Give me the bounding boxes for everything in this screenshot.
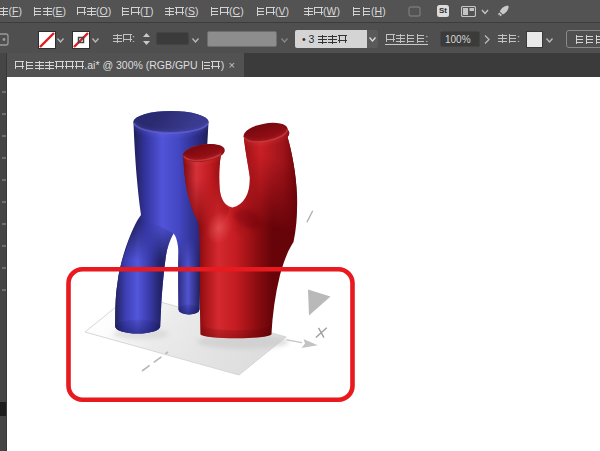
stroke-chevron-icon[interactable] [92, 38, 99, 43]
menu-item-help[interactable]: (H) [351, 5, 386, 17]
opacity-expand-chevron-icon[interactable] [484, 35, 490, 44]
brush-bullet: • [302, 33, 306, 45]
play-triangle [308, 290, 331, 316]
adobe-stock-icon[interactable]: St [437, 5, 449, 17]
x-axis-label: X [315, 325, 326, 341]
tool-icon-edge [2, 245, 6, 247]
brush-name: 3 [309, 33, 348, 45]
menu-bar: (F) (E) (O) (T) (S) (C) (V) (W) (H) St [0, 0, 600, 22]
style-chevron-icon[interactable] [546, 38, 553, 43]
control-bar: : • 3 : 100% : [0, 22, 600, 53]
tool-icon-edge [2, 289, 6, 291]
tool-icon-edge [2, 91, 6, 93]
menu-item-view[interactable]: (V) [255, 5, 289, 17]
brush-definition-field[interactable]: • 3 [295, 30, 367, 48]
blue-left-foot-shade [115, 320, 160, 334]
opacity-field[interactable]: 100% [440, 31, 480, 47]
menu-item-effect[interactable]: (C) [209, 5, 244, 17]
blue-right-foot-shade [179, 305, 200, 315]
fill-chevron-icon[interactable] [57, 38, 64, 43]
fill-color-swatch[interactable] [38, 31, 56, 49]
document-tab-title: .ai* @ 300% (RGB/GPU ) [14, 59, 224, 71]
share-icon[interactable] [408, 6, 422, 18]
stroke-weight-field[interactable] [156, 32, 189, 45]
anchor-reference-icon [0, 33, 10, 46]
blue-tube[interactable] [115, 111, 208, 334]
document-tab-bar: .ai* @ 300% (RGB/GPU ) × [7, 53, 600, 77]
tool-icon-edge [2, 113, 6, 115]
workspace-switcher-icon[interactable] [461, 6, 476, 17]
tool-color-well [0, 402, 6, 416]
brush-chevron-button[interactable] [367, 30, 378, 48]
style-label: : [497, 32, 520, 44]
document-tab[interactable]: .ai* @ 300% (RGB/GPU ) × [7, 53, 244, 77]
stroke-color-swatch[interactable] [72, 31, 90, 49]
stroke-weight-stepper[interactable] [142, 32, 151, 46]
chevron-down-icon[interactable] [481, 9, 489, 15]
width-profile-chevron-icon[interactable] [281, 38, 288, 43]
tool-icon-edge [2, 201, 6, 203]
menu-item-file[interactable]: (F) [0, 5, 22, 17]
width-profile-field[interactable] [207, 31, 277, 47]
style-swatch[interactable] [526, 31, 543, 48]
tick-slash [307, 211, 313, 223]
document-setup-button[interactable] [566, 30, 600, 48]
tool-icon-edge [2, 179, 6, 181]
tool-icon-edge [2, 157, 6, 159]
tools-panel-edge[interactable] [0, 53, 7, 451]
tool-icon-edge [2, 223, 6, 225]
opacity-label[interactable]: : [385, 32, 428, 45]
menu-item-select[interactable]: (S) [165, 5, 199, 17]
menu-item-object[interactable]: (O) [76, 5, 111, 17]
rocket-icon[interactable] [496, 4, 511, 19]
stroke-weight-label: : [112, 32, 135, 44]
tool-icon-edge [2, 135, 6, 137]
menu-item-edit[interactable]: (E) [32, 5, 66, 17]
tab-close-icon[interactable]: × [229, 53, 235, 77]
illustrator-window: X [0, 0, 600, 451]
menu-item-window[interactable]: (W) [303, 5, 340, 17]
tool-icon-edge [2, 267, 6, 269]
stroke-weight-chevron-icon[interactable] [192, 38, 199, 43]
menu-item-type[interactable]: (T) [120, 5, 154, 17]
dashed-axis-line [142, 352, 168, 371]
